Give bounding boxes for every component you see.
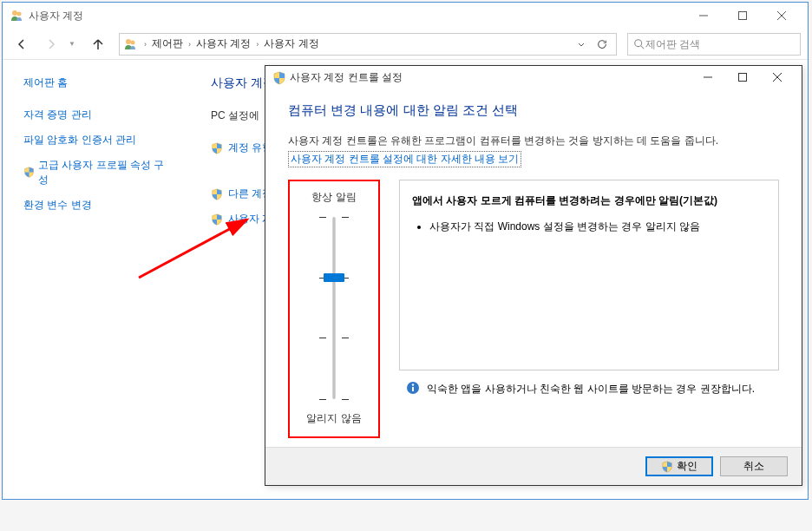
user-accounts-icon xyxy=(10,9,23,23)
titlebar: 사용자 계정 xyxy=(3,3,808,29)
info-box: 앱에서 사용자 모르게 컴퓨터를 변경하려는 경우에만 알림(기본값) 사용자가… xyxy=(399,180,779,370)
svg-point-1 xyxy=(17,12,22,16)
svg-point-17 xyxy=(412,384,414,386)
slider-column: 항상 알림 알리지 않음 xyxy=(288,180,380,438)
breadcrumb-item[interactable]: 사용자 계정 xyxy=(260,35,322,53)
slider-bottom-label: 알리지 않음 xyxy=(297,411,371,426)
dialog-description: 사용자 계정 컨트롤은 유해한 프로그램이 컴퓨터를 변경하는 것을 방지하는 … xyxy=(288,133,779,148)
sidebar-link-profile[interactable]: 고급 사용자 프로필 속성 구성 xyxy=(23,153,166,193)
info-list: 사용자가 직접 Windows 설정을 변경하는 경우 알리지 않음 xyxy=(412,219,766,235)
slider-track[interactable] xyxy=(332,217,336,399)
recommend-text: 익숙한 앱을 사용하거나 친숙한 웹 사이트를 방문하는 경우 권장합니다. xyxy=(427,381,755,397)
sidebar-link-credentials[interactable]: 자격 증명 관리 xyxy=(23,102,166,128)
back-button[interactable] xyxy=(10,32,34,56)
window-title: 사용자 계정 xyxy=(29,9,684,23)
user-accounts-icon xyxy=(123,37,137,51)
sidebar-link-encryption[interactable]: 파일 암호화 인증서 관리 xyxy=(23,128,166,153)
dialog-close-button[interactable] xyxy=(760,67,795,88)
minimize-button[interactable] xyxy=(684,3,723,28)
breadcrumb-item[interactable]: 사용자 계정 xyxy=(193,35,254,53)
shield-icon xyxy=(211,188,223,200)
dialog-body: 컴퓨터 변경 내용에 대한 알림 조건 선택 사용자 계정 컨트롤은 유해한 프… xyxy=(265,88,802,447)
ok-button[interactable]: 확인 xyxy=(645,456,713,476)
chevron-right-icon[interactable]: › xyxy=(187,40,193,49)
svg-point-6 xyxy=(126,39,131,44)
breadcrumb: › 제어판 › 사용자 계정 › 사용자 계정 xyxy=(142,35,571,53)
info-icon xyxy=(406,381,420,395)
chevron-right-icon[interactable]: › xyxy=(254,40,260,49)
shield-icon xyxy=(661,461,673,473)
dialog-footer: 확인 취소 xyxy=(265,447,802,485)
svg-line-9 xyxy=(641,45,645,49)
more-info-link[interactable]: 사용자 계정 컨트롤 설정에 대한 자세한 내용 보기 xyxy=(288,151,521,167)
breadcrumb-item[interactable]: 제어판 xyxy=(148,35,187,53)
recommend-row: 익숙한 앱을 사용하거나 친숙한 웹 사이트를 방문하는 경우 권장합니다. xyxy=(399,377,779,400)
info-column: 앱에서 사용자 모르게 컴퓨터를 변경하려는 경우에만 알림(기본값) 사용자가… xyxy=(399,180,779,438)
cancel-button[interactable]: 취소 xyxy=(720,456,788,476)
toolbar: ▼ › 제어판 › 사용자 계정 › 사용자 계정 xyxy=(3,29,808,60)
sidebar-heading[interactable]: 제어판 홈 xyxy=(23,75,166,90)
up-button[interactable] xyxy=(86,32,110,56)
svg-point-7 xyxy=(131,40,135,44)
info-title: 앱에서 사용자 모르게 컴퓨터를 변경하려는 경우에만 알림(기본값) xyxy=(412,193,766,208)
svg-rect-16 xyxy=(412,387,414,391)
shield-icon xyxy=(23,167,35,179)
search-box[interactable] xyxy=(627,33,801,56)
address-dropdown-button[interactable] xyxy=(571,34,592,55)
svg-point-0 xyxy=(12,10,17,16)
forward-button[interactable] xyxy=(39,32,63,56)
slider-area: 항상 알림 알리지 않음 앱에서 사용자 모르게 컴퓨터를 변경하려는 경우에만… xyxy=(288,180,779,438)
dialog-title: 사용자 계정 컨트롤 설정 xyxy=(290,70,403,85)
dialog-minimize-button[interactable] xyxy=(691,67,725,88)
shield-icon xyxy=(272,71,285,83)
dialog-heading: 컴퓨터 변경 내용에 대한 알림 조건 선택 xyxy=(288,102,779,119)
sidebar-link-env[interactable]: 환경 변수 변경 xyxy=(23,193,166,218)
svg-rect-12 xyxy=(739,74,747,82)
maximize-button[interactable] xyxy=(723,3,762,28)
search-input[interactable] xyxy=(645,38,795,50)
svg-rect-3 xyxy=(738,12,746,20)
shield-icon xyxy=(211,142,223,154)
chevron-right-icon[interactable]: › xyxy=(142,40,148,49)
info-bullet: 사용자가 직접 Windows 설정을 변경하는 경우 알리지 않음 xyxy=(429,219,766,235)
address-bar[interactable]: › 제어판 › 사용자 계정 › 사용자 계정 xyxy=(119,33,617,56)
uac-settings-dialog: 사용자 계정 컨트롤 설정 컴퓨터 변경 내용에 대한 알림 조건 선택 사용자… xyxy=(265,65,802,486)
refresh-button[interactable] xyxy=(592,34,612,55)
sidebar: 제어판 홈 자격 증명 관리 파일 암호화 인증서 관리 고급 사용자 프로필 … xyxy=(3,60,176,497)
search-icon xyxy=(633,38,645,50)
dialog-maximize-button[interactable] xyxy=(725,67,760,88)
history-dropdown[interactable]: ▼ xyxy=(69,40,81,48)
svg-point-8 xyxy=(635,39,642,46)
slider-thumb[interactable] xyxy=(324,273,344,282)
shield-icon xyxy=(211,213,223,226)
close-button[interactable] xyxy=(762,3,801,28)
slider-top-label: 항상 알림 xyxy=(297,190,371,205)
dialog-titlebar: 사용자 계정 컨트롤 설정 xyxy=(265,66,802,88)
